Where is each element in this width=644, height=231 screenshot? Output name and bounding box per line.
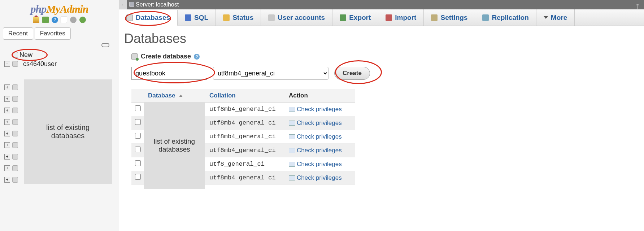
help-icon[interactable]: ? (52, 17, 58, 23)
create-database-icon (131, 53, 138, 60)
logout-icon[interactable] (42, 17, 49, 23)
logo-part-php: php (30, 3, 46, 15)
main-panel: ← Server: localhost ⤒ Databases SQL Stat… (119, 0, 644, 231)
check-privileges-link[interactable]: Check privileges (297, 174, 342, 181)
tree-node[interactable]: + (2, 106, 12, 108)
tree-expand-icon[interactable]: + (4, 119, 10, 125)
check-privileges-link[interactable]: Check privileges (297, 147, 342, 154)
privileges-icon (289, 162, 295, 167)
phpmyadmin-logo[interactable]: phpMyAdmin (0, 0, 119, 17)
privileges-icon (289, 175, 295, 180)
tab-label: Databases (136, 14, 170, 22)
check-privileges-link[interactable]: Check privileges (297, 106, 342, 113)
header-collation-link[interactable]: Collation (209, 92, 236, 99)
row-checkbox[interactable] (135, 105, 141, 111)
tab-status[interactable]: Status (216, 9, 261, 26)
tree-node[interactable]: + (2, 175, 12, 177)
database-icon (12, 177, 18, 183)
dropdown-triangle-icon (544, 16, 548, 19)
tree-node[interactable]: + (2, 95, 12, 96)
tab-label: Status (232, 14, 253, 22)
tab-label: Settings (440, 14, 467, 22)
sidebar: phpMyAdmin ? Recent Favorites New − cs46… (0, 0, 119, 231)
tab-settings[interactable]: Settings (424, 9, 475, 26)
page-title: Databases (124, 31, 639, 46)
tree-expand-icon[interactable]: + (4, 154, 10, 160)
sidebar-toolbar: ? (0, 17, 119, 26)
create-database-heading: Create database ? (131, 53, 639, 60)
favorites-button[interactable]: Favorites (35, 27, 71, 40)
tree-expand-icon[interactable]: + (4, 177, 10, 183)
recent-button[interactable]: Recent (3, 27, 33, 40)
row-collation-cell: utf8_general_ci (206, 157, 285, 171)
header-action: Action (285, 89, 355, 103)
tab-import[interactable]: Import (378, 9, 424, 26)
tab-replication[interactable]: Replication (475, 9, 536, 26)
tree-node[interactable]: + (2, 152, 12, 154)
row-collation-cell: utf8mb4_general_ci (206, 116, 285, 130)
tree-expand-icon[interactable]: + (4, 108, 10, 113)
help-icon[interactable]: ? (194, 54, 200, 60)
docs-icon[interactable] (61, 17, 67, 23)
database-name-input[interactable] (131, 67, 207, 80)
collation-select[interactable]: utf8mb4_general_ci (213, 67, 328, 80)
collapse-panel-icon[interactable]: ⤒ (635, 2, 640, 11)
tree-database-item[interactable]: − cs4640user (2, 60, 117, 69)
table-header-row: Database Collation Action (131, 89, 355, 103)
tree-node[interactable]: + (2, 164, 12, 165)
settings-icon[interactable] (70, 17, 77, 23)
tab-label: Import (395, 14, 416, 22)
table-placeholder-text: list of existing databases (149, 138, 200, 153)
privileges-icon (289, 148, 295, 153)
tree-collapse-icon[interactable]: − (4, 61, 10, 67)
row-checkbox[interactable] (135, 133, 141, 139)
tree-node[interactable]: + (2, 83, 12, 84)
check-privileges-link[interactable]: Check privileges (297, 161, 342, 167)
create-button[interactable]: Create (334, 67, 370, 80)
create-database-form: utf8mb4_general_ci Create (131, 67, 639, 80)
tab-more[interactable]: More (536, 9, 575, 26)
link-icon[interactable] (101, 43, 109, 47)
privileges-icon (289, 134, 295, 139)
tree-node[interactable]: + (2, 129, 12, 131)
import-tab-icon (386, 14, 392, 21)
tab-label: User accounts (278, 14, 325, 22)
row-checkbox[interactable] (135, 147, 141, 152)
table-db-column-placeholder: list of existing databases (144, 102, 205, 189)
reload-icon[interactable] (79, 17, 86, 23)
tree-expand-icon[interactable]: + (4, 165, 10, 171)
row-checkbox[interactable] (135, 119, 141, 125)
header-collation[interactable]: Collation (206, 89, 285, 103)
row-collation-cell: utf8mb4_general_ci (206, 144, 285, 157)
tree-expand-icon[interactable]: + (4, 84, 10, 90)
tree-node[interactable]: + (2, 141, 12, 142)
row-checkbox[interactable] (135, 160, 141, 166)
header-database[interactable]: Database (144, 89, 206, 103)
header-database-link[interactable]: Database (148, 92, 175, 99)
tree-node[interactable]: + (2, 118, 12, 119)
tree-expand-icon[interactable]: + (4, 131, 10, 136)
tree-expand-icon[interactable]: + (4, 142, 10, 148)
back-arrow-icon[interactable]: ← (119, 0, 127, 9)
logo-part-myadmin: MyAdmin (46, 3, 88, 15)
home-icon[interactable] (33, 17, 39, 23)
content-area: Databases Create database ? utf8mb4_gene… (119, 26, 644, 185)
sort-ascending-icon (179, 95, 183, 97)
check-privileges-link[interactable]: Check privileges (297, 133, 342, 140)
tab-user-accounts[interactable]: User accounts (261, 9, 332, 26)
row-collation-cell: utf8mb4_general_ci (206, 171, 285, 185)
tab-label: Export (349, 14, 371, 22)
tab-bar: Databases SQL Status User accounts Expor… (119, 9, 644, 26)
tab-sql[interactable]: SQL (178, 9, 216, 26)
database-tree: New − cs4640user (0, 48, 119, 69)
database-icon (12, 61, 18, 67)
tab-export[interactable]: Export (332, 9, 378, 26)
tree-new-database[interactable]: New (2, 51, 117, 60)
row-checkbox[interactable] (135, 174, 141, 180)
check-privileges-link[interactable]: Check privileges (297, 119, 342, 126)
tree-expand-icon[interactable]: + (4, 96, 10, 102)
database-icon (12, 154, 18, 160)
tab-databases[interactable]: Databases (119, 10, 178, 26)
database-icon (12, 142, 18, 148)
sql-tab-icon (185, 14, 191, 21)
